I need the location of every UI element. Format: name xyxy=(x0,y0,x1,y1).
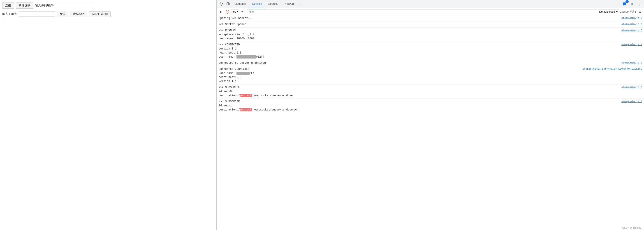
console-entry: connected to server undefined stomp.min.… xyxy=(217,60,644,66)
console-source[interactable]: stomp.min.js:8 xyxy=(622,85,642,89)
console-text: >>> CONNECT accept-version:1.1,1.0 heart… xyxy=(219,29,618,41)
console-source[interactable]: stomp.min.js:8 xyxy=(622,16,642,20)
clear-button[interactable]: 🚫 xyxy=(224,9,230,15)
chat-icon-badge: 1 xyxy=(622,1,628,7)
highlight-project: project xyxy=(240,108,252,111)
work-id-label: 输入工单号 xyxy=(2,12,17,16)
devtools-right-icons: 1 ⚙ ⋮ xyxy=(622,1,642,7)
vertical-dots-icon: ⋮ xyxy=(638,2,640,6)
issue-icon: 💬 xyxy=(630,10,634,13)
svg-marker-3 xyxy=(623,5,624,6)
send-ann-button[interactable]: 发送Ann xyxy=(70,11,87,17)
gear-icon: ⚙ xyxy=(630,2,634,6)
second-row: 输入工单号 发送 发送Ann sendUserAll xyxy=(2,11,214,17)
devtools-toolbar: ▶ 🚫 top ▾ 👁 Default levels ▾ 1 issue: 💬 … xyxy=(217,8,644,15)
console-source[interactable]: stomp.min.js:8 xyxy=(622,100,642,103)
tab-console[interactable]: Console xyxy=(249,0,265,8)
console-source[interactable]: stomp.min.js:8 xyxy=(622,61,642,65)
console-text: Connected:CONNECTED user-name: ████████2… xyxy=(219,67,579,83)
console-text: Opening Web Socket... xyxy=(219,16,618,20)
clear-icon: 🚫 xyxy=(226,10,229,14)
console-source[interactable]: stomp.min.js:8 xyxy=(622,43,642,47)
console-source[interactable]: scokjs.html?_ijt=mfs…d=RELOAD_ON_SAVE:52 xyxy=(582,67,642,71)
device-toggle-button[interactable] xyxy=(225,1,231,7)
more-tabs-button[interactable]: » xyxy=(298,2,303,6)
send-button[interactable]: 发送 xyxy=(57,11,68,17)
console-entry: >>> CONNECT accept-version:1.1,1.0 heart… xyxy=(217,28,644,42)
console-entry: >>> SUBSCRIBE id:sub-1 destination:/proj… xyxy=(217,99,644,113)
console-text: connected to server undefined xyxy=(219,61,618,65)
work-id-input[interactable] xyxy=(19,11,55,17)
default-levels-selector[interactable]: Default levels ▾ xyxy=(598,9,619,14)
user-id-input[interactable] xyxy=(57,3,93,8)
disconnect-button[interactable]: 断开连接 xyxy=(16,2,34,9)
console-entry: <<< CONNECTED version:1.1 heart-beat:0,0… xyxy=(217,42,644,60)
console-entry: >>> SUBSCRIBE id:sub-0 destination:/proj… xyxy=(217,85,644,99)
console-text: >>> SUBSCRIBE id:sub-0 destination:/proj… xyxy=(219,85,618,98)
eye-icon: 👁 xyxy=(242,10,244,13)
divider xyxy=(2,21,214,21)
issue-badge: 1 issue: 💬 1 xyxy=(620,10,636,13)
top-context-label: top xyxy=(232,10,236,13)
tab-elements[interactable]: Elements xyxy=(231,0,249,8)
console-text: Web Socket Opened... xyxy=(219,22,618,27)
console-output: Opening Web Socket... stomp.min.js:8 Web… xyxy=(217,15,644,230)
svg-rect-1 xyxy=(229,3,230,5)
connect-button[interactable]: 连接 xyxy=(2,2,14,9)
eye-button[interactable]: 👁 xyxy=(240,9,246,15)
chat-badge: 1 xyxy=(626,0,629,3)
top-context-selector[interactable]: top ▾ xyxy=(231,9,240,14)
console-entry: Web Socket Opened... stomp.min.js:8 xyxy=(217,22,644,28)
highlight-project: project xyxy=(240,94,252,97)
issue-count-label: 1 issue: xyxy=(620,10,629,13)
issue-number: 1 xyxy=(635,10,636,13)
run-button[interactable]: ▶ xyxy=(218,9,224,15)
left-panel: 连接 断开连接 输入你的用户id 输入工单号 发送 发送Ann sendUser… xyxy=(0,0,216,230)
settings-button[interactable]: ⚙ xyxy=(629,1,635,7)
more-options-button[interactable]: ⋮ xyxy=(636,1,642,7)
console-entry: Connected:CONNECTED user-name: ████████2… xyxy=(217,66,644,85)
default-levels-label: Default levels ▾ xyxy=(599,10,618,13)
blurred-text: ████████ xyxy=(236,72,250,75)
devtools-tabs-bar: Elements Console Sources Network » 1 ⚙ ⋮ xyxy=(217,0,644,8)
console-settings-button[interactable]: ⚙ xyxy=(637,9,643,15)
send-user-all-button[interactable]: sendUserAll xyxy=(89,11,110,17)
user-id-label: 输入你的用户id xyxy=(35,4,55,8)
gear-icon: ⚙ xyxy=(638,10,642,14)
console-source[interactable]: stomp.min.js:8 xyxy=(622,22,642,26)
csdn-watermark: CSDN @coderb... xyxy=(622,226,642,229)
devtools-panel: Elements Console Sources Network » 1 ⚙ ⋮ xyxy=(216,0,644,230)
inspect-element-button[interactable] xyxy=(219,1,225,7)
console-text: >>> SUBSCRIBE id:sub-1 destination:/proj… xyxy=(219,100,618,112)
filter-input[interactable] xyxy=(247,9,597,14)
console-source[interactable]: stomp.min.js:8 xyxy=(622,29,642,32)
svg-rect-0 xyxy=(227,3,228,5)
tab-sources[interactable]: Sources xyxy=(265,0,282,8)
console-entry: Opening Web Socket... stomp.min.js:8 xyxy=(217,15,644,22)
svg-rect-2 xyxy=(623,3,626,5)
chevron-down-icon: ▾ xyxy=(237,11,238,13)
run-icon: ▶ xyxy=(220,10,222,14)
console-text: <<< CONNECTED version:1.1 heart-beat:0,0… xyxy=(219,43,618,59)
tab-network[interactable]: Network xyxy=(282,0,298,8)
blurred-text: ████████████ xyxy=(236,55,256,59)
top-row: 连接 断开连接 输入你的用户id xyxy=(2,2,214,9)
